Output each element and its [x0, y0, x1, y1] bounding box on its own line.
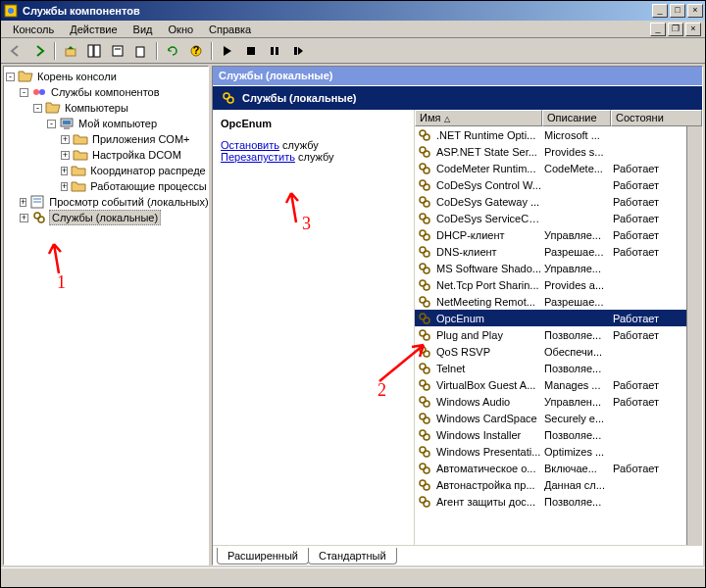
service-row[interactable]: NetMeeting Remot...Разрешае... — [415, 293, 702, 310]
mdi-minimize[interactable]: _ — [650, 23, 666, 36]
export-button[interactable] — [130, 40, 152, 62]
minimize-button[interactable]: _ — [652, 4, 668, 18]
restart-button[interactable] — [287, 40, 309, 62]
tree-pane[interactable]: - Корень консоли - Службы компонентов - … — [3, 66, 209, 565]
service-row[interactable]: CoDeSys ServiceCo...Работает — [415, 210, 702, 226]
twisty-icon[interactable]: - — [20, 88, 28, 97]
twisty-icon[interactable]: + — [61, 182, 68, 191]
up-button[interactable] — [60, 40, 81, 62]
twisty-icon[interactable]: + — [61, 167, 68, 175]
maximize-button[interactable]: □ — [670, 4, 685, 18]
tree-services-local[interactable]: + Службы (локальные) — [6, 210, 206, 225]
service-row[interactable]: DHCP-клиентУправляе...Работает — [415, 226, 702, 243]
col-state[interactable]: Состояни — [611, 110, 702, 126]
service-name: Windows Audio — [434, 396, 542, 408]
service-row[interactable]: QoS RSVPОбеспечи... — [415, 343, 702, 360]
folder-icon — [71, 178, 86, 194]
service-row[interactable]: Windows Presentati...Optimizes ... — [415, 443, 702, 460]
service-desc: Provides s... — [542, 146, 611, 158]
mdi-restore[interactable]: ❐ — [668, 23, 683, 36]
tree-my-computer[interactable]: - Мой компьютер — [6, 116, 206, 131]
svg-point-14 — [33, 89, 39, 95]
service-row[interactable]: Windows AudioУправлен...Работает — [415, 393, 702, 410]
folder-open-icon — [45, 100, 61, 116]
svg-rect-2 — [66, 49, 76, 56]
service-row[interactable]: VirtualBox Guest A...Manages ...Работает — [415, 376, 702, 393]
list-body[interactable]: .NET Runtime Opti...Microsoft ...ASP.NET… — [415, 126, 702, 545]
menu-window[interactable]: Окно — [161, 22, 202, 37]
stop-service-link[interactable]: Остановить — [221, 139, 279, 151]
mdi-close[interactable]: × — [685, 23, 701, 36]
show-tree-button[interactable] — [83, 40, 105, 62]
tree-comp-services[interactable]: - Службы компонентов — [6, 84, 206, 100]
service-row[interactable]: CoDeSys Control W...Работает — [415, 176, 702, 193]
service-row[interactable]: CoDeSys Gateway ...Работает — [415, 193, 702, 210]
tree-com-apps[interactable]: + Приложения COM+ — [6, 131, 206, 147]
service-row[interactable]: MS Software Shado...Управляе... — [415, 260, 702, 276]
help-button[interactable]: ? — [185, 40, 207, 62]
tab-extended[interactable]: Расширенный — [217, 548, 309, 564]
tree-running[interactable]: + Работающие процессы — [6, 178, 206, 194]
restart-service-link[interactable]: Перезапустить — [221, 151, 295, 163]
svg-point-1 — [8, 8, 14, 14]
menu-help[interactable]: Справка — [201, 22, 259, 37]
services-list: Имя △ Описание Состояни .NET Runtime Opt… — [414, 110, 702, 545]
tree-computers[interactable]: - Компьютеры — [6, 100, 206, 116]
service-row[interactable]: Windows InstallerПозволяе... — [415, 426, 702, 443]
service-row[interactable]: Plug and PlayПозволяе...Работает — [415, 326, 702, 343]
back-button[interactable] — [5, 40, 26, 62]
service-name: CoDeSys Gateway ... — [434, 196, 542, 208]
service-name: Telnet — [434, 363, 542, 374]
service-state: Работает — [611, 196, 670, 208]
pane-subheader: Службы (локальные) — [213, 86, 702, 110]
twisty-icon[interactable]: + — [61, 135, 70, 144]
service-desc: Данная сл... — [542, 479, 611, 491]
menu-view[interactable]: Вид — [126, 22, 161, 37]
tree-dcom[interactable]: + Настройка DCOM — [6, 147, 206, 163]
menu-console[interactable]: Консоль — [5, 22, 62, 37]
service-row[interactable]: CodeMeter Runtim...CodeMete...Работает — [415, 160, 702, 176]
tree-coord[interactable]: + Координатор распреде — [6, 163, 206, 178]
service-row[interactable]: Агент защиты дос...Позволяе... — [415, 493, 702, 510]
titlebar[interactable]: Службы компонентов _ □ × — [1, 1, 705, 21]
folder-open-icon — [18, 69, 33, 84]
service-row[interactable]: OpcEnumРаботает — [415, 310, 702, 326]
twisty-icon[interactable]: + — [20, 214, 28, 222]
service-desc: Управлен... — [542, 396, 611, 408]
twisty-icon[interactable]: - — [47, 120, 56, 128]
pause-button[interactable] — [264, 40, 285, 62]
twisty-icon[interactable]: - — [6, 73, 15, 81]
service-row[interactable]: Автоматическое о...Включае...Работает — [415, 460, 702, 476]
properties-button[interactable] — [107, 40, 128, 62]
service-desc: Manages ... — [542, 379, 611, 391]
play-button[interactable] — [217, 40, 238, 62]
service-desc: Управляе... — [542, 263, 611, 274]
menu-action[interactable]: Действие — [62, 22, 125, 37]
refresh-button[interactable] — [162, 40, 183, 62]
service-row[interactable]: Windows CardSpaceSecurely e... — [415, 410, 702, 426]
service-name: Plug and Play — [434, 329, 542, 341]
tab-standard[interactable]: Стандартный — [308, 548, 397, 564]
service-desc: CodeMete... — [542, 163, 611, 174]
stop-button[interactable] — [240, 40, 262, 62]
col-name[interactable]: Имя △ — [415, 110, 542, 126]
svg-point-37 — [424, 218, 429, 223]
service-row[interactable]: TelnetПозволяе... — [415, 360, 702, 376]
service-row[interactable]: .NET Runtime Opti...Microsoft ... — [415, 126, 702, 143]
tree-root[interactable]: - Корень консоли — [6, 69, 206, 84]
service-row[interactable]: Автонастройка пр...Данная сл... — [415, 476, 702, 493]
twisty-icon[interactable]: + — [20, 198, 26, 207]
forward-button[interactable] — [28, 40, 50, 62]
scrollbar-vertical[interactable] — [686, 126, 702, 545]
close-button[interactable]: × — [687, 4, 703, 18]
col-desc[interactable]: Описание — [542, 110, 611, 126]
twisty-icon[interactable]: - — [33, 104, 42, 113]
service-row[interactable]: Net.Tcp Port Sharin...Provides a... — [415, 276, 702, 293]
svg-rect-11 — [271, 47, 274, 55]
service-row[interactable]: ASP.NET State Ser...Provides s... — [415, 143, 702, 160]
svg-rect-7 — [136, 47, 144, 57]
info-panel: OpcEnum Остановить службу Перезапустить … — [213, 110, 414, 545]
twisty-icon[interactable]: + — [61, 151, 70, 160]
service-row[interactable]: DNS-клиентРазрешае...Работает — [415, 243, 702, 260]
tree-event-viewer[interactable]: + Просмотр событий (локальных) — [6, 194, 206, 210]
